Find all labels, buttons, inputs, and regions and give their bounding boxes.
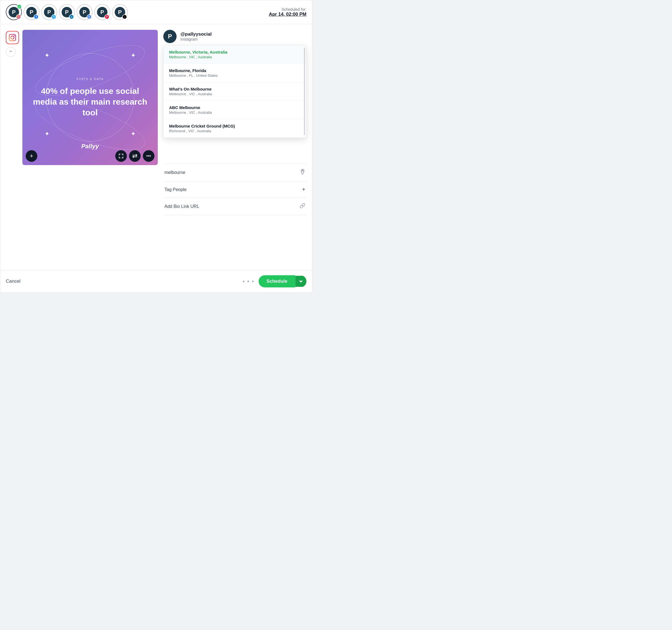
left-sidebar (6, 30, 19, 57)
facebook-badge: f (34, 14, 39, 19)
twitter-badge: 𝕏 (51, 14, 56, 19)
pinterest-badge: P (104, 14, 110, 19)
more-dots-button[interactable]: • • • (243, 278, 254, 285)
schedule-dropdown-button[interactable] (295, 276, 307, 287)
svg-point-4 (11, 36, 14, 39)
schedule-main-button[interactable]: Schedule (259, 275, 295, 287)
scheduled-date[interactable]: Apr 14, 02:00 PM (269, 11, 307, 17)
social-account-twitter[interactable]: P 𝕏 (41, 4, 57, 20)
dropdown-item-1[interactable]: Melbourne, Florida Melbourne , FL , Unit… (164, 64, 306, 82)
instagram-platform-button[interactable] (6, 31, 19, 44)
bio-link-icon (300, 203, 305, 210)
add-media-button[interactable]: + (26, 150, 37, 162)
bio-link-field[interactable]: Add Bio Link URL (163, 198, 307, 215)
schedule-button-group: Schedule (259, 275, 307, 287)
tag-people-field[interactable]: Tag People + (163, 181, 307, 198)
post-main-text: 40% of people use social media as their … (31, 85, 149, 118)
brand-text: Pallyy (81, 143, 99, 150)
post-image-overlay: STATS & DATA 40% of people use social me… (22, 30, 158, 165)
item-name-4: Melbourne Cricket Ground (MCG) (169, 124, 301, 128)
dropdown-item-0[interactable]: Melbourne, Victoria, Australia Melbourne… (164, 45, 306, 64)
bio-link-label: Add Bio Link URL (164, 204, 199, 209)
right-panel: P @pallyysocial Instagram Add a caption,… (163, 30, 307, 264)
cancel-button[interactable]: Cancel (6, 279, 20, 284)
location-dropdown: Melbourne, Victoria, Australia Melbourne… (163, 45, 307, 138)
social-icons-row: P P f (6, 4, 128, 20)
social-account-facebook[interactable]: P f (23, 4, 40, 20)
bottom-right-actions: • • • Schedule (243, 275, 307, 287)
scheduled-label: Scheduled for: (269, 7, 307, 11)
item-sub-4: Richmond , VIC , Australia (169, 129, 301, 133)
svg-point-2 (19, 16, 19, 16)
stats-label: STATS & DATA (76, 77, 104, 81)
linkedin-badge: in (69, 14, 74, 19)
tiktok-badge: ♪ (122, 14, 127, 19)
tag-people-plus-button[interactable]: + (302, 186, 305, 193)
account-info: @pallyysocial Instagram (181, 31, 212, 42)
collapse-button[interactable] (6, 47, 16, 57)
item-sub-3: Melbourne , VIC , Australia (169, 110, 301, 115)
image-action-buttons: ••• (115, 150, 154, 162)
item-name-1: Melbourne, Florida (169, 68, 301, 73)
more-options-button[interactable]: ••• (143, 150, 154, 162)
svg-point-1 (18, 16, 19, 17)
image-preview: ✦ ✦ ✦ ✦ STATS & DATA 40% of people use s… (22, 30, 158, 165)
svg-rect-0 (17, 16, 20, 18)
dropdown-item-3[interactable]: ABC Melbourne Melbourne , VIC , Australi… (164, 101, 306, 119)
post-image: ✦ ✦ ✦ ✦ STATS & DATA 40% of people use s… (22, 30, 158, 165)
dropdown-item-4[interactable]: Melbourne Cricket Ground (MCG) Richmond … (164, 119, 306, 137)
check-badge (17, 4, 22, 9)
dropdown-item-2[interactable]: What's On Melbourne Melbourne , VIC , Au… (164, 82, 306, 101)
social-account-google[interactable]: P G (76, 4, 93, 20)
item-name-2: What's On Melbourne (169, 87, 301, 92)
top-header: P P f (0, 0, 312, 24)
item-name-0: Melbourne, Victoria, Australia (169, 50, 301, 54)
item-sub-2: Melbourne , VIC , Australia (169, 92, 301, 96)
caption-area[interactable]: Add a caption, tag users or add hashtags… (163, 48, 307, 164)
dropdown-scrollbar (304, 48, 305, 135)
account-username: @pallyysocial (181, 31, 212, 37)
main-content: ✦ ✦ ✦ ✦ STATS & DATA 40% of people use s… (0, 24, 312, 270)
item-name-3: ABC Melbourne (169, 105, 301, 110)
image-controls: + ••• (22, 150, 158, 162)
location-pin-icon (300, 169, 305, 176)
account-platform: Instagram (181, 37, 212, 42)
svg-point-6 (302, 170, 304, 172)
location-field[interactable]: melbourne (163, 164, 307, 181)
bottom-bar: Cancel • • • Schedule (0, 270, 312, 292)
google-badge: G (87, 14, 92, 19)
fullscreen-button[interactable] (115, 150, 127, 162)
instagram-badge (16, 14, 21, 19)
social-account-instagram[interactable]: P (6, 4, 22, 20)
item-sub-0: Melbourne , VIC , Australia (169, 55, 301, 59)
svg-point-5 (14, 35, 15, 36)
swap-button[interactable] (129, 150, 141, 162)
social-account-pinterest[interactable]: P P (94, 4, 110, 20)
social-account-tiktok[interactable]: P ♪ (112, 4, 128, 20)
schedule-info: Scheduled for: Apr 14, 02:00 PM (269, 7, 307, 17)
social-account-linkedin[interactable]: P in (59, 4, 75, 20)
tag-people-label: Tag People (164, 187, 187, 192)
account-avatar: P (163, 30, 176, 43)
item-sub-1: Melbourne , FL , United States (169, 73, 301, 78)
location-value[interactable]: melbourne (164, 170, 185, 175)
svg-rect-3 (9, 34, 16, 41)
left-panel: ✦ ✦ ✦ ✦ STATS & DATA 40% of people use s… (6, 30, 158, 264)
